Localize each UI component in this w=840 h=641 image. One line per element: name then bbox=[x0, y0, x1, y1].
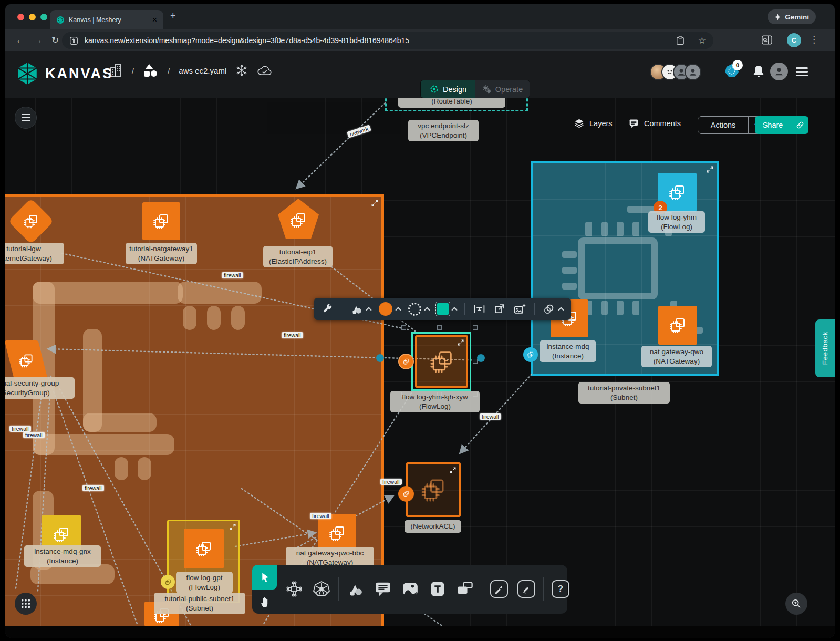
add-image-icon[interactable] bbox=[513, 303, 526, 315]
layers-button[interactable]: Layers bbox=[574, 118, 613, 129]
sparkle-icon bbox=[774, 14, 781, 20]
actions-label: Actions bbox=[711, 121, 736, 129]
resize-handle[interactable] bbox=[401, 325, 406, 330]
schematic-icon[interactable] bbox=[235, 64, 248, 77]
shape-picker-button[interactable] bbox=[349, 303, 371, 315]
layers-label: Layers bbox=[589, 119, 613, 128]
image-tool[interactable] bbox=[400, 577, 421, 601]
edge-label-firewall: firewall bbox=[282, 332, 303, 338]
expand-icon[interactable] bbox=[450, 467, 456, 473]
resize-handle[interactable] bbox=[437, 325, 442, 330]
share-label: Share bbox=[763, 121, 783, 129]
toolbar-divider bbox=[464, 303, 465, 315]
shapes-tool[interactable] bbox=[345, 577, 366, 601]
canvas-menu-button[interactable] bbox=[15, 107, 37, 129]
tab-close-icon[interactable]: × bbox=[152, 15, 157, 25]
expand-icon[interactable] bbox=[230, 524, 236, 530]
collaborator-avatar[interactable] bbox=[685, 64, 701, 80]
profile-avatar[interactable]: C bbox=[787, 33, 801, 47]
organization-icon[interactable] bbox=[109, 63, 123, 78]
shapes-icon bbox=[347, 581, 365, 597]
connection-dot-right[interactable] bbox=[477, 354, 485, 362]
zoom-button[interactable] bbox=[785, 593, 807, 615]
tab-design[interactable]: Design bbox=[421, 80, 475, 98]
network-acl-label: (NetworkACL) bbox=[405, 520, 461, 533]
back-icon[interactable]: ← bbox=[16, 34, 25, 47]
comments-button[interactable]: Comments bbox=[628, 118, 681, 129]
chevron-up-icon bbox=[366, 307, 371, 313]
side-panel-search-icon[interactable] bbox=[762, 35, 772, 45]
text-tool[interactable] bbox=[427, 577, 448, 601]
open-in-new-icon[interactable] bbox=[494, 303, 505, 315]
expand-icon[interactable] bbox=[458, 339, 464, 346]
reload-icon[interactable]: ↻ bbox=[51, 34, 59, 47]
cloud-sync-icon[interactable] bbox=[257, 64, 273, 77]
notification-count-badge: 0 bbox=[732, 60, 743, 70]
bell-icon[interactable] bbox=[752, 65, 765, 78]
pan-tool-button[interactable] bbox=[256, 591, 273, 611]
tab-operate[interactable]: Operate bbox=[475, 80, 530, 98]
rename-icon[interactable] bbox=[473, 303, 486, 315]
resize-handle[interactable] bbox=[473, 325, 478, 330]
configure-wrench-icon[interactable] bbox=[322, 303, 333, 315]
feedback-tab[interactable]: Feedback bbox=[815, 319, 835, 377]
node-flowlog-selected[interactable] bbox=[415, 335, 468, 388]
url-text: kanvas.new/extension/meshmap?mode=design… bbox=[85, 36, 409, 45]
toolbar-divider bbox=[341, 303, 341, 315]
edge-label-firewall: firewall bbox=[310, 513, 331, 519]
node-flowlog-gpt[interactable] bbox=[184, 529, 224, 568]
frame-tool[interactable] bbox=[454, 577, 475, 601]
network-acl-badge[interactable] bbox=[398, 486, 414, 502]
gemini-label: Gemini bbox=[785, 13, 809, 21]
traffic-zoom-button[interactable] bbox=[40, 14, 47, 20]
pencil-tool[interactable] bbox=[516, 577, 537, 601]
bookmark-star-icon[interactable]: ☆ bbox=[698, 35, 706, 46]
help-tool[interactable]: ? bbox=[550, 577, 571, 601]
user-avatar[interactable] bbox=[770, 63, 788, 80]
comment-tool[interactable] bbox=[372, 577, 393, 601]
border-style-button[interactable] bbox=[408, 303, 429, 316]
design-file-name[interactable]: aws ec2.yaml bbox=[179, 66, 226, 75]
meshery-status-button[interactable]: 0 bbox=[724, 63, 740, 81]
new-tab-button[interactable]: + bbox=[170, 11, 176, 22]
app-menu-icon[interactable] bbox=[796, 67, 808, 76]
collaborator-avatars[interactable] bbox=[650, 64, 701, 80]
edge-label-firewall: firewall bbox=[480, 413, 501, 420]
igw-label: tutorial-igw(InternetGateway) bbox=[5, 243, 64, 264]
mesh-component-tool[interactable] bbox=[284, 577, 305, 601]
traffic-minimize-button[interactable] bbox=[29, 14, 36, 20]
connection-dot-left[interactable] bbox=[376, 354, 384, 362]
pen-tool[interactable] bbox=[489, 577, 510, 601]
browser-tabstrip: Kanvas | Meshery × + Gemini bbox=[5, 4, 835, 29]
url-bar[interactable]: kanvas.new/extension/meshmap?mode=design… bbox=[62, 32, 713, 49]
comment-icon bbox=[375, 581, 391, 597]
dock-divider bbox=[482, 577, 482, 601]
private-subnet-badge[interactable] bbox=[523, 347, 538, 362]
flowlog-gpt-badge[interactable] bbox=[161, 575, 175, 589]
site-info-icon[interactable] bbox=[69, 36, 78, 45]
browser-menu-icon[interactable]: ⋮ bbox=[810, 34, 818, 45]
browser-tab[interactable]: Kanvas | Meshery × bbox=[50, 10, 163, 29]
node-network-acl[interactable] bbox=[406, 462, 461, 517]
traffic-close-button[interactable] bbox=[17, 14, 24, 20]
kubernetes-tool[interactable] bbox=[311, 577, 332, 601]
private-subnet-label: tutorial-private-subnet1(Subnet) bbox=[578, 382, 670, 404]
actions-button[interactable]: Actions bbox=[698, 117, 748, 133]
fill-color-button[interactable] bbox=[379, 302, 400, 316]
shape-swatch-button[interactable] bbox=[437, 303, 457, 315]
copy-link-button[interactable] bbox=[791, 116, 808, 134]
save-icon[interactable] bbox=[676, 36, 685, 45]
select-tool-button[interactable] bbox=[252, 565, 277, 590]
group-style-button[interactable] bbox=[543, 303, 563, 315]
pen-icon bbox=[494, 584, 504, 594]
gemini-button[interactable]: Gemini bbox=[768, 9, 816, 24]
workspace-icon[interactable] bbox=[143, 63, 159, 78]
forward-icon[interactable]: → bbox=[34, 34, 43, 47]
apps-grid-button[interactable] bbox=[15, 593, 37, 615]
share-button[interactable]: Share bbox=[755, 116, 791, 134]
node-natgateway1[interactable] bbox=[142, 202, 180, 240]
flowlog-selected-badge[interactable] bbox=[398, 354, 414, 369]
design-canvas[interactable]: (RouteTable) vpc endpoint-slz(VPCEndpoin… bbox=[5, 98, 835, 638]
kanvas-logo-icon[interactable] bbox=[16, 61, 39, 86]
text-icon bbox=[430, 581, 445, 597]
